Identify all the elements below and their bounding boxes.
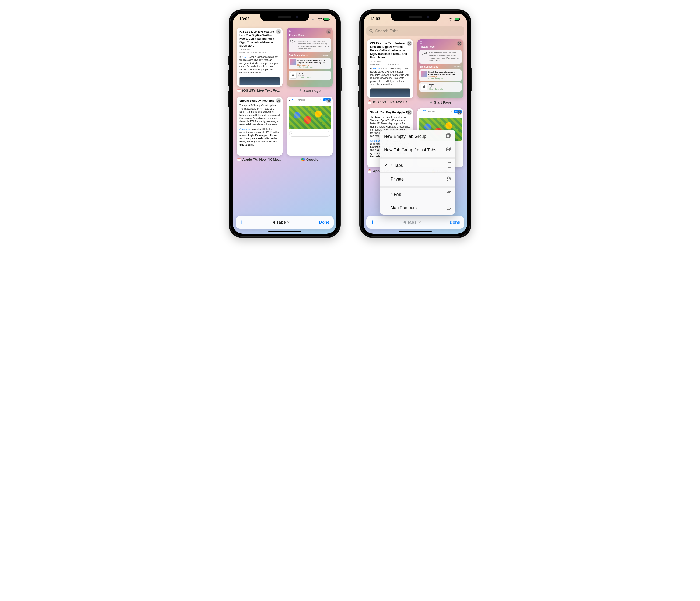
tab-label-row: Apple TV: New 4K Mo… <box>236 157 282 161</box>
google-search-field <box>289 131 330 137</box>
phone-frame-left: 13:02 <box>229 9 341 238</box>
tab-group-icon <box>447 205 451 211</box>
svg-point-7 <box>370 29 372 32</box>
close-tab-button[interactable] <box>276 29 281 34</box>
tab-thumbnail[interactable]: iOS 15's Live Text Feature Lets You Digi… <box>236 28 282 86</box>
bottom-toolbar: + 4 Tabs Done <box>366 216 464 229</box>
menu-group-news[interactable]: News <box>380 188 455 201</box>
close-tab-button[interactable] <box>407 41 412 46</box>
close-icon <box>277 100 280 102</box>
battery-icon <box>454 18 460 21</box>
book-icon <box>420 41 422 44</box>
notch <box>260 14 309 21</box>
svg-point-3 <box>292 133 293 134</box>
tab-group-picker[interactable]: 4 Tabs <box>375 220 450 225</box>
tab-item-4[interactable]: ☰ ALL IMAGES ⠿ Sign in <box>287 97 333 161</box>
new-tab-button[interactable]: + <box>371 219 375 226</box>
favicon-macrumors <box>368 100 372 104</box>
close-tab-button[interactable] <box>326 98 331 103</box>
tab-group-label: 4 Tabs <box>403 220 417 225</box>
chevron-down-icon <box>418 221 421 223</box>
favicon-macrumors <box>237 158 241 161</box>
bottom-toolbar: + 4 Tabs Done <box>236 216 334 229</box>
new-group-icon <box>446 133 451 140</box>
article-preview: iOS 15's Live Text Feature Lets You Digi… <box>367 40 413 98</box>
star-icon: ★ <box>430 100 432 104</box>
close-tab-button[interactable] <box>276 98 281 103</box>
screen-right: 13:03 Search Tabs <box>364 14 467 234</box>
tab-thumbnail[interactable]: iOS 15's Live Text Feature Lets You Digi… <box>367 40 413 98</box>
hamburger-icon: ☰ <box>289 99 290 101</box>
tab-thumbnail[interactable]: Privacy Report 49 In the last seven days… <box>287 28 333 86</box>
from-bookmarks: ☐ From Bookmarks <box>298 77 312 78</box>
tab-group-picker[interactable]: 4 Tabs <box>244 220 319 225</box>
tab-thumbnail[interactable]: ☰ ALL IMAGES ⠿ Sign in <box>287 97 333 156</box>
tab-item-3[interactable]: Should You Buy the Apple TV The Apple TV… <box>236 97 282 161</box>
article-link: iOS 15 <box>242 56 249 58</box>
tab-group-menu[interactable]: New Empty Tab Group New Tab Group from 4… <box>380 130 455 214</box>
checkmark-icon: ✓ <box>384 163 388 168</box>
tab-thumbnail[interactable]: Should You Buy the Apple TV The Apple TV… <box>236 97 282 156</box>
privacy-report-title: Privacy Report <box>289 34 306 36</box>
tab-label: Start Page <box>303 88 321 93</box>
article-date: Friday June 11, 2021 1:37 am PDT <box>240 52 280 54</box>
done-button[interactable]: Done <box>450 220 460 225</box>
star-icon: ★ <box>299 88 302 93</box>
close-icon <box>328 30 330 33</box>
apps-grid-icon: ⠿ <box>320 99 321 101</box>
tab-label: Google <box>306 157 319 161</box>
favicon-macrumors <box>237 88 241 93</box>
battery-icon <box>323 18 330 21</box>
article-title: Should You Buy the Apple TV <box>240 99 280 103</box>
siri-suggestions-header: Siri Suggestions Show All › <box>287 52 333 58</box>
article-preview: Should You Buy the Apple TV The Apple TV… <box>236 97 282 149</box>
menu-private[interactable]: Private <box>380 173 455 186</box>
tab-thumbnail[interactable]: Privacy Report 49In the last seven days,… <box>418 40 464 98</box>
close-icon <box>277 30 280 33</box>
svg-rect-6 <box>460 19 460 20</box>
close-tab-button[interactable] <box>326 29 331 34</box>
tab-label-row: ★ Start Page <box>287 88 333 93</box>
done-button[interactable]: Done <box>319 220 329 225</box>
wifi-icon <box>448 18 453 21</box>
favicon-google <box>301 158 305 161</box>
tracker-count: 49 <box>291 40 296 43</box>
svg-rect-17 <box>447 206 450 210</box>
home-indicator[interactable] <box>399 231 432 232</box>
menu-new-empty-group[interactable]: New Empty Tab Group <box>380 130 455 143</box>
search-icon <box>291 133 294 135</box>
google-tab-images: IMAGES <box>298 99 305 101</box>
new-tab-button[interactable]: + <box>240 219 244 226</box>
menu-new-group-from-tabs[interactable]: New Tab Group from 4 Tabs <box>380 143 455 157</box>
wifi-icon <box>318 18 322 21</box>
article-p1: The Apple TV is Apple's set-top box. The… <box>240 104 280 126</box>
device-icon <box>448 162 451 169</box>
close-tab-button[interactable] <box>457 41 462 46</box>
favicon-macrumors <box>368 169 372 173</box>
home-indicator[interactable] <box>268 231 301 232</box>
tab-item-2[interactable]: Privacy Report 49In the last seven days,… <box>418 40 464 104</box>
close-tab-button[interactable] <box>407 110 412 115</box>
tab-item-2[interactable]: Privacy Report 49 In the last seven days… <box>287 28 333 93</box>
menu-4-tabs[interactable]: ✓4 Tabs <box>380 159 455 173</box>
phone-frame-right: 13:03 Search Tabs <box>359 9 471 238</box>
book-icon <box>289 30 292 32</box>
tab-item-1[interactable]: iOS 15's Live Text Feature Lets You Digi… <box>367 40 413 104</box>
search-tabs-field[interactable]: Search Tabs <box>366 26 464 36</box>
tab-overview: iOS 15's Live Text Feature Lets You Digi… <box>233 14 336 234</box>
menu-group-mac-rumours[interactable]: Mac Rumours <box>380 201 455 214</box>
apps-grid-icon: ⠿ <box>451 110 452 113</box>
svg-rect-13 <box>448 162 451 167</box>
tabs-grid[interactable]: iOS 15's Live Text Feature Lets You Digi… <box>236 26 334 213</box>
start-page-header <box>287 28 333 34</box>
tab-group-icon <box>447 191 451 198</box>
tab-item-1[interactable]: iOS 15's Live Text Feature Lets You Digi… <box>236 28 282 93</box>
close-tab-button[interactable] <box>457 110 462 115</box>
shield-icon <box>421 52 424 55</box>
tab-group-label: 4 Tabs <box>273 220 286 225</box>
search-placeholder: Search Tabs <box>375 29 399 33</box>
article-p2: Announced in April of 2021, the second-g… <box>240 128 280 147</box>
tab-label: iOS 15's Live Text Fea… <box>242 88 282 93</box>
article-lede: In iOS 15, Apple is introducing a new fe… <box>240 55 280 74</box>
privacy-report-panel: 49 In the last seven days, Safari has pr… <box>289 38 331 52</box>
